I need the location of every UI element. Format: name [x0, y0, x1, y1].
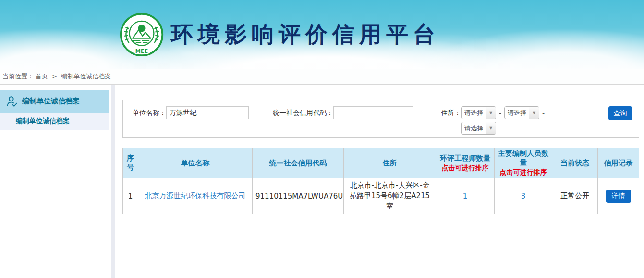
sidebar-divider: [111, 85, 115, 278]
detail-button[interactable]: 详情: [606, 190, 631, 203]
main-content: 单位名称： 统一社会信用代码： 住所： 请选择 ▼ -: [115, 85, 644, 278]
address-field: 住所： 请选择 ▼ - 请选择 ▼ -: [441, 106, 547, 137]
header-staff-count-label: 主要编制人员数量: [496, 149, 551, 167]
chevron-down-icon[interactable]: ▼: [529, 107, 539, 119]
sidebar-subitem-unit-credit-archive[interactable]: 编制单位诚信档案: [0, 113, 109, 130]
query-button[interactable]: 查询: [608, 106, 632, 120]
cell-address: 北京市-北京市-大兴区-金苑路甲15号6幢2层A215室: [344, 178, 436, 214]
header-credit-code: 统一社会信用代码: [253, 148, 344, 178]
header-credit-record: 信用记录: [598, 148, 639, 178]
unit-name-field: 单位名称：: [133, 106, 249, 119]
engineer-count-link[interactable]: 1: [463, 192, 468, 201]
table-row: 1 北京万源世纪环保科技有限公司 91110115MA7LWUA76U 北京市-…: [123, 178, 639, 214]
result-table: 序号 单位名称 统一社会信用代码 住所 环评工程师数量 点击可进行排序 主要编制…: [122, 148, 639, 214]
dash-separator: -: [542, 109, 545, 117]
sort-hint: 点击可进行排序: [437, 164, 493, 173]
logo-text: MEE: [135, 48, 148, 54]
city-select[interactable]: 请选择 ▼: [504, 106, 539, 119]
cell-index: 1: [123, 178, 138, 214]
city-select-value: 请选择: [505, 107, 529, 119]
table-header-row: 序号 单位名称 统一社会信用代码 住所 环评工程师数量 点击可进行排序 主要编制…: [123, 148, 639, 178]
header-engineer-count-label: 环评工程师数量: [437, 154, 493, 163]
credit-code-input[interactable]: [333, 106, 413, 119]
address-label: 住所：: [441, 106, 461, 119]
sidebar-item-unit-credit-archive[interactable]: 编制单位诚信档案: [0, 90, 109, 113]
search-panel: 单位名称： 统一社会信用代码： 住所： 请选择 ▼ -: [122, 100, 639, 138]
page-title: 环境影响评价信用平台: [171, 20, 440, 50]
chevron-down-icon[interactable]: ▼: [486, 122, 496, 134]
header-address: 住所: [344, 148, 436, 178]
credit-code-field: 统一社会信用代码：: [273, 106, 413, 119]
user-check-icon: [6, 95, 18, 108]
chevron-down-icon[interactable]: ▼: [486, 107, 496, 119]
dash-separator: -: [499, 109, 501, 117]
sidebar-item-label: 编制单位诚信档案: [22, 97, 80, 106]
company-name-link[interactable]: 北京万源世纪环保科技有限公司: [145, 191, 246, 200]
sidebar-subitem-label: 编制单位诚信档案: [16, 117, 70, 126]
breadcrumb-separator: >: [52, 73, 57, 80]
province-select-value: 请选择: [462, 107, 486, 119]
header-engineer-count-sortable[interactable]: 环评工程师数量 点击可进行排序: [436, 148, 495, 178]
cell-status: 正常公开: [552, 178, 598, 214]
sort-hint: 点击可进行排序: [496, 168, 551, 177]
breadcrumb: 当前位置：首页 > 编制单位诚信档案: [0, 69, 644, 85]
breadcrumb-current: 编制单位诚信档案: [61, 73, 111, 80]
cell-credit-code: 91110115MA7LWUA76U: [253, 178, 344, 214]
district-select-value: 请选择: [462, 122, 486, 134]
header-status: 当前状态: [552, 148, 598, 178]
unit-name-label: 单位名称：: [133, 109, 166, 117]
staff-count-link[interactable]: 3: [521, 192, 526, 201]
header-staff-count-sortable[interactable]: 主要编制人员数量 点击可进行排序: [495, 148, 552, 178]
province-select[interactable]: 请选择 ▼: [461, 106, 496, 119]
breadcrumb-home-link[interactable]: 首页: [36, 73, 48, 80]
sidebar: 编制单位诚信档案 编制单位诚信档案: [0, 85, 109, 278]
header-company-name: 单位名称: [138, 148, 253, 178]
breadcrumb-prefix: 当前位置：: [2, 73, 34, 80]
header-index: 序号: [123, 148, 138, 178]
district-select[interactable]: 请选择 ▼: [461, 122, 496, 135]
credit-code-label: 统一社会信用代码：: [273, 109, 333, 117]
mee-logo-icon: MEE: [119, 12, 164, 57]
banner: MEE 环境影响评价信用平台: [0, 0, 644, 69]
unit-name-input[interactable]: [166, 106, 249, 119]
